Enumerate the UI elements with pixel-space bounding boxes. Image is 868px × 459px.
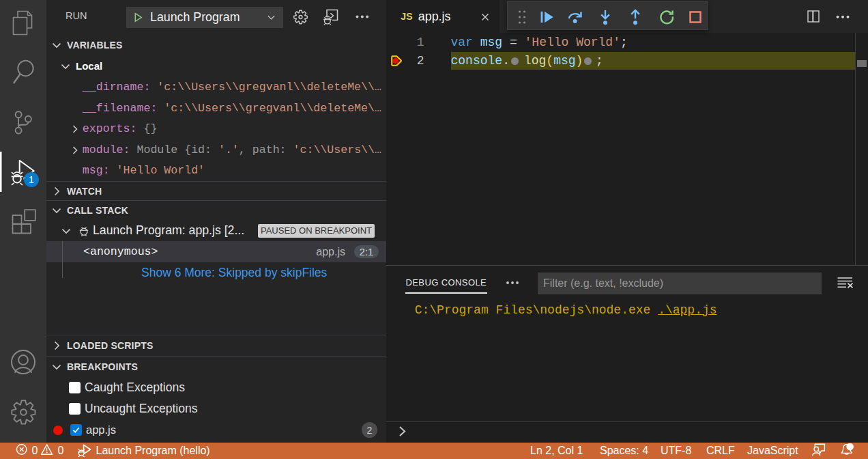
svg-text:1: 1 <box>29 174 34 185</box>
